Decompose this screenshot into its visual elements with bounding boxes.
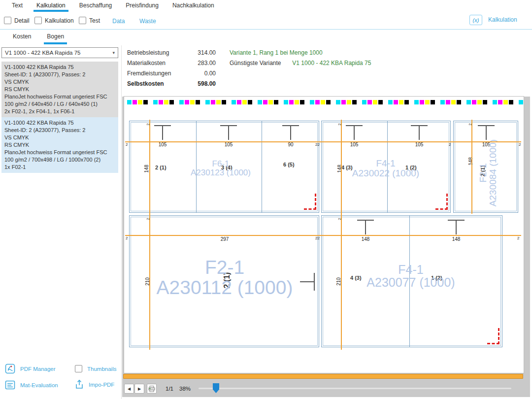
tab-nachkalkulation[interactable]: Nachkalkulation <box>166 0 221 10</box>
kalkulation-link[interactable]: Kalkulation <box>488 16 517 23</box>
variant-rank-info: Variante 1, Rang 1 bei Menge 1000 <box>230 49 323 56</box>
page-number-label: 4 (3) <box>341 165 353 170</box>
gap-dimension-label: 22 <box>315 142 320 147</box>
color-patch <box>477 100 482 104</box>
sheet-detail-line: VS CMYK <box>4 134 115 141</box>
checkbox-icon[interactable] <box>4 17 11 24</box>
detail-checkbox-label: Detail <box>14 17 30 24</box>
cmyk-patch-group <box>232 100 252 104</box>
width-dimension-label: 105 <box>218 142 239 147</box>
color-patch <box>321 100 325 104</box>
sheet-list-item-1[interactable]: V1-1000 422 KBA Rapida 75Sheet-ID: 1 (A2… <box>1 62 118 117</box>
width-dimension-label: 105 <box>152 142 173 147</box>
imposition-sheet[interactable]: 105105901482 (1)3 (4)6 (5)F6-1A230123 (1… <box>124 97 524 373</box>
sheet-detail-line: 1x F02-1 <box>4 164 115 171</box>
zoom-slider-track[interactable] <box>199 388 511 389</box>
cmyk-patch-group <box>440 100 461 104</box>
page-indicator: 1/1 <box>166 386 173 392</box>
pdf-manager-label: PDF Manager <box>20 366 56 372</box>
kalkulation-checkbox-label: Kalkulation <box>45 17 74 24</box>
waste-link[interactable]: Waste <box>139 18 156 25</box>
color-patch <box>138 100 142 104</box>
thumbnails-checkbox[interactable]: Thumbnails <box>75 365 116 372</box>
gap-dimension-label: 2 <box>126 142 128 147</box>
checkbox-icon[interactable] <box>75 365 82 372</box>
color-patch <box>164 100 168 104</box>
cost-value: 0.00 <box>204 70 216 77</box>
color-patch <box>367 100 372 104</box>
tab-text[interactable]: Text <box>5 0 30 10</box>
impo-pdf-button[interactable]: Impo-PDF <box>75 379 114 390</box>
width-dimension-label: 148 <box>355 236 376 242</box>
app-window: TextKalkulationBeschaffungPreisfindungNa… <box>0 0 532 399</box>
color-patch <box>258 100 262 104</box>
page-number-label: 2 (1) <box>223 272 232 289</box>
pdf-manager-button[interactable]: PDF Manager <box>5 364 56 374</box>
mat-evaluation-button[interactable]: Mat-Evaluation <box>5 380 58 390</box>
formula-button[interactable]: (x) <box>469 15 482 25</box>
variant-dropdown[interactable]: V1 1000 - 422 KBA Rapida 75 ▾ <box>1 47 118 58</box>
cost-row: Fremdleistungen 0.00 <box>127 70 216 77</box>
sheet-block-f6-1-a230123[interactable]: 105105901482 (1)3 (4)6 (5)F6-1A230123 (1… <box>129 121 319 213</box>
cmyk-patch-group <box>493 100 513 104</box>
color-patch <box>420 100 424 104</box>
width-dimension-label: 90 <box>280 142 301 147</box>
fold-mark-icon <box>220 125 237 141</box>
color-patch <box>205 100 210 104</box>
checkbox-icon[interactable] <box>79 17 86 24</box>
tab-kalkulation[interactable]: Kalkulation <box>30 0 72 10</box>
sheet-detail-line: 100 g/m2 / 700x498 / LG / 1000x700 (2) <box>4 156 115 164</box>
color-patch <box>190 100 195 104</box>
kalkulation-checkbox[interactable]: Kalkulation <box>34 17 74 24</box>
print-button[interactable] <box>147 384 157 394</box>
sheet-list-item-2[interactable]: V1-1000 422 KBA Rapida 75Sheet-ID: 2 (A2… <box>1 117 118 173</box>
subtab-bogen[interactable]: Bogen <box>39 30 72 45</box>
sheet-detail-line: RS CMYK <box>4 86 115 93</box>
variant-dropdown-value: V1 1000 - 422 KBA Rapida 75 <box>5 50 80 56</box>
preview-hscrollbar[interactable] <box>123 374 523 379</box>
side-fold-mark-icon <box>300 273 315 291</box>
color-patch <box>179 100 184 104</box>
test-checkbox[interactable]: Test <box>79 17 100 24</box>
width-dimension-label: 105 <box>408 142 430 147</box>
preview-statusbar: ◀ ▶ 1/1 38% <box>122 381 530 397</box>
color-patch <box>493 100 497 104</box>
color-patch <box>196 100 200 104</box>
sheet-block-f2-1-a230084[interactable]: 1051482 (1)F2-1A230084 (1000) <box>453 121 518 213</box>
cost-value: 314.00 <box>198 49 216 56</box>
color-patch <box>185 100 189 104</box>
color-patch <box>268 100 273 104</box>
color-patch <box>216 100 221 104</box>
data-link[interactable]: Data <box>112 18 125 25</box>
tab-beschaffung[interactable]: Beschaffung <box>72 0 119 10</box>
cost-value: 598.00 <box>198 80 216 87</box>
subtab-kosten[interactable]: Kosten <box>5 30 39 45</box>
sheet-detail-line: Sheet-ID: 2 (A230077), Passes: 2 <box>4 127 115 134</box>
gap-dimension-label: 2 <box>449 142 451 147</box>
color-patch <box>388 100 393 104</box>
cost-row: Materialkosten 283.00 <box>127 60 216 66</box>
gap-dimension-label: 2 <box>146 123 150 125</box>
cmyk-patch-group <box>179 100 200 104</box>
prev-page-button[interactable]: ◀ <box>124 384 134 394</box>
zoom-slider-thumb[interactable] <box>213 383 219 393</box>
tab-preisfindung[interactable]: Preisfindung <box>119 0 166 10</box>
vertical-guide-line <box>341 120 342 350</box>
sheet-detail-line: 2x F02-1, 2x F04-1, 1x F06-1 <box>4 108 115 115</box>
color-patch <box>222 100 226 104</box>
fold-mark-icon <box>448 220 465 235</box>
color-patch <box>169 100 174 104</box>
best-variant-value: V1 1000 - 422 KBA Rapida 75 <box>292 60 371 66</box>
sheet-detail-line: 100 g/m2 / 640x450 / LG / 640x450 (1) <box>4 100 115 108</box>
gap-dimension-label: 2 <box>517 236 519 240</box>
detail-checkbox[interactable]: Detail <box>4 17 30 24</box>
fold-mark-icon <box>154 125 171 141</box>
cmyk-patch-group <box>284 100 304 104</box>
width-dimension-label: 297 <box>214 236 235 242</box>
color-patch <box>425 100 430 104</box>
color-patch <box>326 100 331 104</box>
panel-divider <box>387 121 388 212</box>
checkbox-icon[interactable] <box>34 17 42 24</box>
next-page-button[interactable]: ▶ <box>134 384 144 394</box>
gap-dimension-label: 2 <box>468 123 472 125</box>
